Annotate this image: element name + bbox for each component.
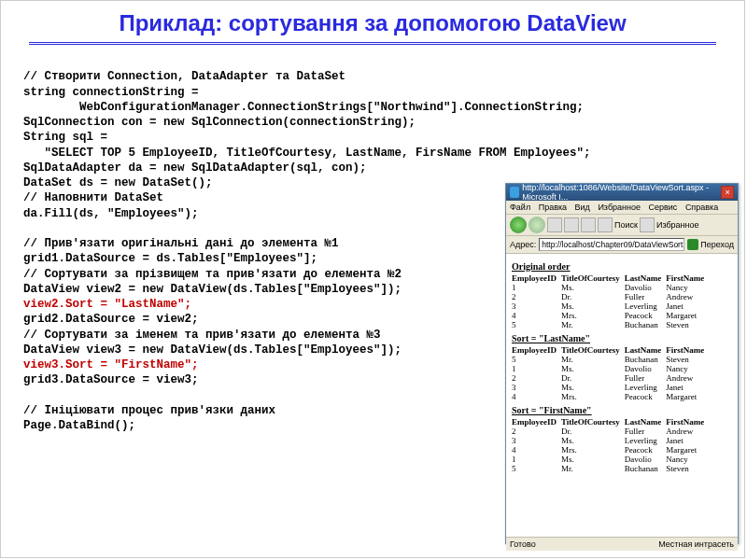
code-line: // Сортувати за прізвищем та прив'язати … [23,268,402,281]
table-cell: Nancy [666,455,709,464]
browser-toolbar: Поиск Избранное [506,215,738,236]
table-row: 5Mr.BuchananSteven [512,355,709,364]
menu-help[interactable]: Справка [685,203,718,212]
code-line: DataView view3 = new DataView(ds.Tables[… [23,343,402,357]
table-cell: Nancy [666,364,709,373]
table-sort-firstname: EmployeeIDTitleOfCourtesyLastNameFirstNa… [512,417,709,473]
code-line: SqlDataAdapter da = new SqlDataAdapter(s… [23,161,367,175]
table-cell: Steven [666,320,709,329]
address-label: Адрес: [510,240,536,249]
table-cell: Buchanan [625,320,667,329]
table-cell: Fuller [625,427,667,436]
code-line: String sql = [23,131,107,144]
go-label[interactable]: Переход [700,240,734,249]
title-divider [29,42,716,45]
table-sort-lastname: EmployeeIDTitleOfCourtesyLastNameFirstNa… [512,345,709,401]
code-line-highlight: view3.Sort = "FirstName"; [23,358,199,371]
browser-statusbar: Готово Местная интрасеть [506,537,738,551]
table-header: EmployeeID [512,273,561,283]
table-row: 4Mrs.PeacockMargaret [512,392,709,401]
table-cell: 5 [512,464,561,473]
menu-edit[interactable]: Правка [539,203,567,212]
code-line: // Ініціювати процес прив'язки даних [23,404,275,417]
code-line: Page.DataBind(); [23,419,135,432]
table-row: 3Ms.LeverlingJanet [512,383,709,392]
table-cell: 3 [512,436,561,445]
table-cell: Davolio [625,455,667,464]
table-cell: Buchanan [625,355,667,364]
search-label: Поиск [614,220,638,230]
address-input[interactable]: http://localhost/Chapter09/DataViewSort.… [539,238,684,251]
code-line: string connectionString = [23,86,199,99]
table-cell: Mrs. [561,445,625,455]
table-cell: Margaret [666,311,709,320]
back-button[interactable] [510,217,527,233]
table-cell: Leverling [625,436,667,445]
table-cell: Ms. [561,455,625,464]
table-cell: Dr. [561,373,625,383]
home-icon[interactable] [581,217,596,232]
table-cell: Ms. [561,283,625,292]
table-header: FirstName [666,417,709,427]
table-cell: Ms. [561,301,625,311]
forward-button[interactable] [529,217,545,233]
table-header: LastName [625,417,667,427]
table-cell: Davolio [625,283,667,292]
table-cell: Mr. [561,464,625,473]
browser-content: Original order EmployeeIDTitleOfCourtesy… [506,254,738,537]
refresh-icon[interactable] [564,217,579,232]
search-icon[interactable] [598,217,613,232]
stop-icon[interactable] [547,217,562,232]
table-cell: Mrs. [561,392,625,401]
table-cell: 4 [512,311,561,320]
table-cell: Peacock [625,392,667,401]
table-cell: Fuller [625,292,667,301]
table-header: FirstName [666,273,709,283]
status-ready: Готово [510,539,536,549]
table-cell: 2 [512,292,561,301]
code-line: WebConfigurationManager.ConnectionString… [23,101,584,114]
menu-file[interactable]: Файл [510,203,530,212]
table-header: EmployeeID [512,417,561,427]
table-header: TitleOfCourtesy [561,273,625,283]
code-line: grid1.DataSource = ds.Tables["Employees"… [23,252,317,265]
table-row: 1Ms.DavolioNancy [512,455,709,464]
heading-sort-lastname: Sort = "LastName" [512,333,732,343]
code-line: DataSet ds = new DataSet(); [23,176,213,189]
table-cell: Mr. [561,355,625,364]
table-cell: Davolio [625,364,667,373]
heading-sort-firstname: Sort = "FirstName" [512,405,732,415]
table-cell: Peacock [625,311,667,320]
menu-tools[interactable]: Сервис [649,203,678,212]
table-cell: 4 [512,445,561,455]
browser-menubar: Файл Правка Вид Избранное Сервис Справка [506,201,738,215]
page-title: Приклад: сортування за допомогою DataVie… [29,10,716,36]
table-cell: 1 [512,283,561,292]
table-row: 5Mr.BuchananSteven [512,464,709,473]
close-icon[interactable]: × [721,186,734,199]
slide: Приклад: сортування за допомогою DataVie… [0,0,745,558]
ie-icon [510,187,519,198]
table-cell: Fuller [625,373,667,383]
table-cell: Andrew [666,427,709,436]
menu-favorites[interactable]: Избранное [598,203,641,212]
table-row: 4Mrs.PeacockMargaret [512,311,709,320]
go-icon[interactable] [687,239,698,250]
table-cell: Buchanan [625,464,667,473]
code-line: da.Fill(ds, "Employees"); [23,207,199,220]
table-cell: Leverling [625,383,667,392]
heading-original: Original order [512,261,732,272]
browser-title-text: http://localhost:1086/Website/DataViewSo… [522,183,721,202]
table-header: TitleOfCourtesy [561,345,625,355]
menu-view[interactable]: Вид [575,203,590,212]
table-cell: Ms. [561,436,625,445]
code-line: // Наповнити DataSet [23,191,163,204]
code-line: // Прив'язати оригінальні дані до элемен… [23,237,339,250]
status-zone: Местная интрасеть [658,539,734,549]
table-row: 2Dr.FullerAndrew [512,427,709,436]
table-cell: 4 [512,392,561,401]
favorites-icon[interactable] [640,217,655,232]
table-row: 2Dr.FullerAndrew [512,373,709,383]
browser-window: http://localhost:1086/Website/DataViewSo… [505,183,739,544]
address-bar: Адрес: http://localhost/Chapter09/DataVi… [506,236,738,254]
